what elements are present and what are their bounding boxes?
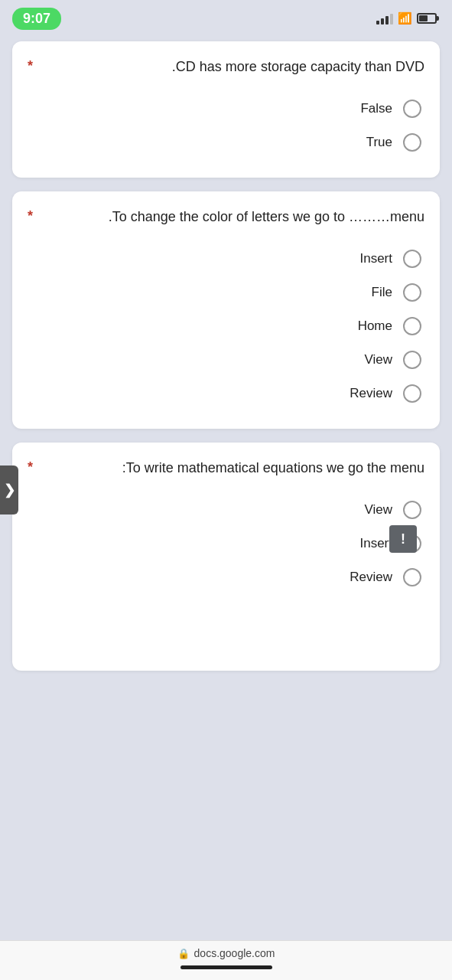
status-bar: 9:07 📶 (0, 0, 452, 34)
radio-false-q1[interactable] (403, 100, 421, 118)
options-list-2: Insert File Home View Review (28, 242, 424, 410)
question-text-3: To write mathematical equations we go th… (41, 458, 424, 478)
radio-home-q2[interactable] (403, 317, 421, 335)
radio-insert-q2[interactable] (403, 250, 421, 268)
feedback-button[interactable]: ! (389, 525, 417, 553)
question-card-3: * To write mathematical equations we go … (12, 443, 440, 671)
option-label: View (364, 352, 392, 368)
question-card-1: * CD has more storage capacity than DVD.… (12, 41, 440, 178)
cards-container: * CD has more storage capacity than DVD.… (0, 34, 452, 980)
exclamation-icon: ! (401, 531, 405, 547)
status-icons: 📶 (376, 11, 437, 25)
question-header-2: * To change the color of letters we go t… (28, 207, 424, 227)
question-text-2: To change the color of letters we go to … (41, 207, 424, 227)
option-label: Review (350, 386, 392, 401)
bottom-bar: 🔒 docs.google.com (0, 940, 452, 980)
option-row: File (28, 276, 424, 309)
signal-icon (376, 12, 393, 24)
option-row: View (28, 343, 424, 377)
option-label: View (364, 502, 392, 518)
required-star-3: * (28, 459, 33, 475)
options-list-1: False True (28, 92, 424, 159)
chevron-right-icon: ❯ (4, 482, 15, 498)
options-list-3: View Insert ! Review (28, 493, 424, 594)
option-label: Insert (359, 251, 392, 266)
radio-file-q2[interactable] (403, 283, 421, 302)
option-label: File (372, 285, 392, 300)
option-row: Home (28, 309, 424, 343)
question-card-2: * To change the color of letters we go t… (12, 191, 440, 429)
option-row: View (28, 493, 424, 527)
battery-icon (417, 13, 437, 24)
question-text-1: CD has more storage capacity than DVD. (41, 57, 424, 77)
option-label: Review (350, 570, 392, 585)
radio-true-q1[interactable] (403, 133, 421, 152)
required-star-2: * (28, 208, 33, 224)
lock-icon: 🔒 (177, 948, 190, 959)
sidebar-toggle[interactable]: ❯ (0, 466, 18, 514)
url-text: docs.google.com (194, 947, 275, 959)
option-label: True (366, 135, 392, 150)
option-label: Home (358, 318, 392, 334)
address-bar: 🔒 docs.google.com (177, 947, 275, 959)
radio-view-q2[interactable] (403, 351, 421, 369)
radio-view-q3[interactable] (403, 501, 421, 519)
question-header-3: * To write mathematical equations we go … (28, 458, 424, 478)
home-indicator (180, 965, 272, 969)
option-row: Review (28, 560, 424, 594)
option-label: False (360, 101, 392, 116)
question-header-1: * CD has more storage capacity than DVD. (28, 57, 424, 77)
required-star-1: * (28, 58, 33, 74)
option-label: Insert (359, 536, 392, 551)
option-row: Review (28, 377, 424, 410)
wifi-icon: 📶 (398, 11, 412, 25)
option-row: Insert (28, 242, 424, 276)
radio-review-q2[interactable] (403, 384, 421, 403)
option-row: Insert ! (28, 527, 424, 560)
radio-review-q3[interactable] (403, 568, 421, 586)
option-row: False (28, 92, 424, 126)
option-row: True (28, 126, 424, 159)
status-time: 9:07 (12, 8, 61, 30)
